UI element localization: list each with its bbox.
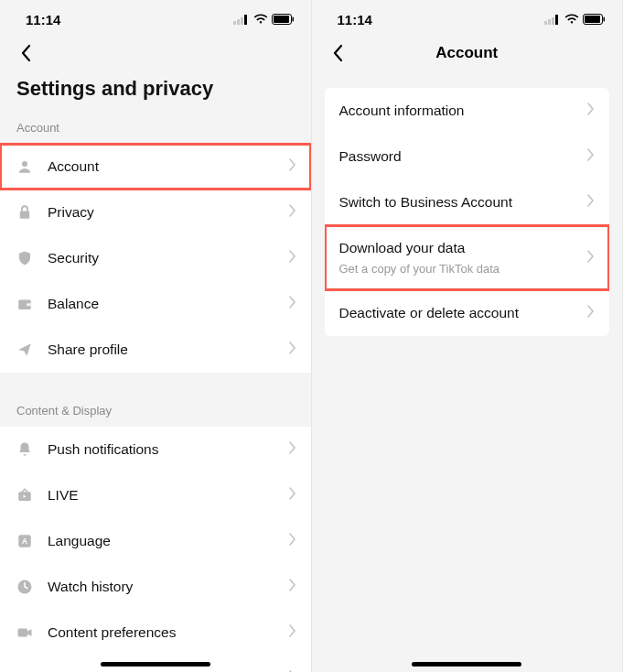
battery-icon (272, 14, 295, 25)
svg-rect-3 (244, 15, 247, 25)
svg-rect-18 (548, 19, 551, 25)
section-label-content-display: Content & Display (0, 398, 311, 427)
video-icon (15, 623, 35, 643)
account-item-switch-business[interactable]: Switch to Business Account (325, 179, 610, 225)
item-label: LIVE (48, 487, 289, 504)
chevron-right-icon (289, 579, 296, 595)
chevron-right-icon (289, 158, 296, 175)
language-icon: A (15, 531, 35, 551)
chevron-right-icon (289, 624, 296, 641)
item-label: Switch to Business Account (339, 194, 588, 211)
chevron-right-icon (289, 441, 296, 458)
wallet-icon (15, 294, 35, 314)
clock-icon (15, 577, 35, 597)
account-item-deactivate[interactable]: Deactivate or delete account (325, 290, 610, 336)
share-icon (15, 340, 35, 360)
item-label: Language (48, 533, 289, 549)
bell-icon (15, 439, 35, 460)
person-icon (15, 157, 35, 177)
nav-header (0, 35, 311, 75)
settings-item-language[interactable]: A Language (0, 518, 311, 564)
battery-icon (583, 14, 606, 25)
section-account: Account Privacy Security Balance Share p (0, 144, 311, 373)
settings-item-watch-history[interactable]: Watch history (0, 564, 311, 610)
status-bar: 11:14 (0, 0, 311, 35)
status-icons (544, 14, 606, 25)
account-item-account-information[interactable]: Account information (325, 88, 610, 134)
chevron-left-icon (20, 44, 31, 62)
status-time: 11:14 (26, 12, 60, 27)
home-indicator[interactable] (412, 662, 521, 667)
svg-rect-19 (552, 17, 554, 25)
account-item-download-data[interactable]: Download your data Get a copy of your Ti… (325, 225, 610, 290)
section-label-account: Account (0, 115, 311, 144)
chevron-right-icon (587, 148, 595, 165)
chevron-right-icon (587, 103, 595, 119)
shield-icon (15, 248, 35, 268)
settings-item-share-profile[interactable]: Share profile (0, 327, 311, 373)
status-icons (233, 14, 295, 25)
svg-rect-15 (18, 629, 28, 637)
item-label: Share profile (48, 341, 289, 358)
chevron-right-icon (587, 194, 595, 211)
svg-rect-8 (20, 211, 30, 219)
item-label: Privacy (48, 204, 289, 221)
account-screen: 11:14 Account Account information Passwo… (312, 0, 624, 672)
settings-item-security[interactable]: Security (0, 235, 311, 281)
account-item-password[interactable]: Password (325, 134, 610, 179)
item-sublabel: Get a copy of your TikTok data (339, 262, 588, 276)
item-label: Balance (48, 296, 289, 312)
item-label: Account information (339, 103, 588, 119)
back-button[interactable] (13, 40, 38, 66)
chevron-left-icon (332, 44, 343, 62)
item-label: Download your data (339, 240, 588, 256)
svg-rect-2 (241, 17, 243, 25)
chevron-right-icon (289, 250, 296, 266)
status-bar: 11:14 (312, 0, 623, 35)
svg-rect-0 (233, 21, 236, 25)
wifi-icon (253, 14, 268, 25)
lock-icon (15, 202, 35, 222)
chevron-right-icon (289, 533, 296, 549)
settings-item-privacy[interactable]: Privacy (0, 190, 311, 235)
settings-item-live[interactable]: LIVE (0, 472, 311, 518)
svg-rect-22 (585, 16, 600, 23)
svg-text:A: A (22, 537, 27, 546)
svg-rect-5 (274, 16, 289, 23)
back-button[interactable] (325, 40, 350, 66)
megaphone-icon (15, 668, 35, 672)
account-list: Account information Password Switch to B… (325, 88, 610, 336)
item-label: Watch history (48, 579, 289, 595)
svg-rect-10 (27, 303, 31, 306)
chevron-right-icon (587, 305, 595, 321)
item-label: Push notifications (48, 441, 289, 458)
item-label: Security (48, 250, 289, 266)
chevron-right-icon (289, 487, 296, 504)
chevron-right-icon (289, 296, 296, 312)
item-label: Password (339, 148, 588, 165)
svg-point-7 (22, 161, 27, 167)
item-label: Content preferences (48, 624, 289, 641)
settings-item-account[interactable]: Account (0, 144, 311, 190)
page-title: Settings and privacy (0, 75, 311, 115)
chevron-right-icon (289, 204, 296, 221)
settings-item-push-notifications[interactable]: Push notifications (0, 427, 311, 472)
home-indicator[interactable] (101, 662, 210, 667)
cellular-icon (544, 14, 561, 25)
svg-rect-17 (544, 21, 547, 25)
live-icon (15, 485, 35, 505)
svg-rect-1 (237, 19, 240, 25)
chevron-right-icon (289, 341, 296, 358)
svg-rect-20 (555, 15, 558, 25)
settings-item-content-preferences[interactable]: Content preferences (0, 610, 311, 656)
item-label: Deactivate or delete account (339, 305, 588, 321)
settings-item-balance[interactable]: Balance (0, 281, 311, 327)
settings-content: Account Account Privacy Security Balance (0, 115, 311, 672)
nav-title: Account (312, 44, 623, 62)
wifi-icon (564, 14, 579, 25)
svg-rect-23 (604, 17, 606, 22)
section-content-display: Push notifications LIVE A Language Watch… (0, 427, 311, 672)
cellular-icon (233, 14, 250, 25)
settings-screen: 11:14 Settings and privacy Account Accou… (0, 0, 312, 672)
item-label: Account (48, 158, 289, 175)
